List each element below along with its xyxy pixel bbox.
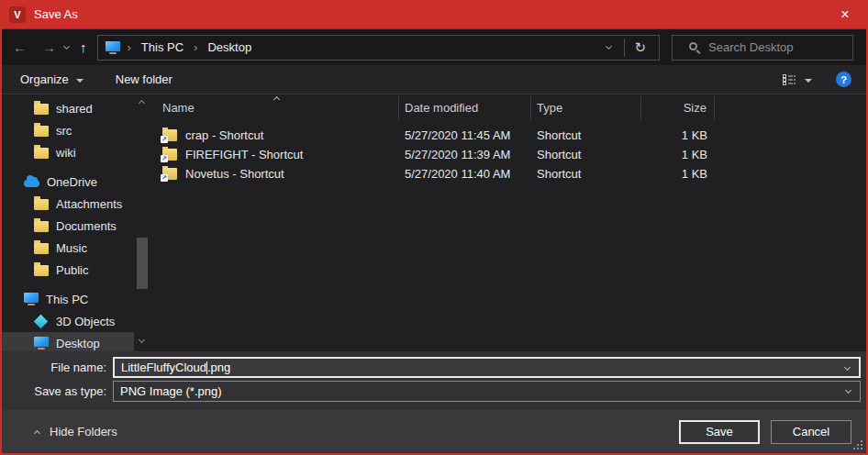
file-date-modified: 5/27/2020 11:39 AM [399,148,531,161]
command-toolbar: Organize New folder ? [2,65,866,94]
sidebar-item-label: Music [56,241,87,255]
search-box[interactable]: Search Desktop [672,35,853,61]
up-button[interactable]: ↑ [80,39,87,55]
scroll-down-icon[interactable] [139,337,145,343]
column-headers: Name Date modified Type Size [149,94,866,121]
recent-locations-chevron-icon[interactable] [63,42,70,49]
hide-folders-button[interactable]: Hide Folders [35,425,117,438]
address-dropdown-chevron-icon[interactable] [606,43,612,50]
search-icon [689,42,697,50]
navigation-pane: shared src wiki OneDrive Attachments Doc… [2,94,149,351]
save-as-type-select[interactable]: PNG Image (*.png) [113,381,861,402]
save-button[interactable]: Save [679,420,760,444]
new-folder-button[interactable]: New folder [116,72,172,86]
save-as-type-dropdown-chevron-icon[interactable] [845,387,851,394]
scrollbar-thumb[interactable] [137,238,148,289]
file-name-dropdown-chevron-icon[interactable] [844,364,851,371]
this-pc-icon [106,41,120,51]
breadcrumb-this-pc[interactable]: This PC [133,40,192,54]
folder-icon [34,148,49,159]
search-placeholder: Search Desktop [708,40,794,54]
sidebar-item-desktop[interactable]: Desktop [2,332,134,351]
file-name-extension: .png [207,361,230,374]
hide-folders-label: Hide Folders [50,425,117,438]
file-name-label: File name: [2,361,113,374]
file-size: 1 KB [641,128,715,142]
column-header-date-modified[interactable]: Date modified [399,96,531,120]
sidebar-item-label: This PC [46,293,88,306]
help-button[interactable]: ? [836,72,851,87]
file-name-input[interactable]: LittleFluffyCloud .png [113,357,861,378]
desktop-icon [34,337,49,347]
breadcrumb-separator-icon: › [126,40,133,54]
new-folder-label: New folder [116,72,172,86]
forward-button[interactable]: → [42,39,56,55]
details-view-icon [782,73,796,86]
sidebar-item-src[interactable]: src [2,119,134,141]
sidebar-item-label: shared [56,102,93,116]
sidebar-item-onedrive[interactable]: OneDrive [2,171,134,193]
close-button[interactable]: × [824,0,866,28]
shortcut-arrow-icon [161,174,168,182]
sidebar-item-3d-objects[interactable]: 3D Objects [2,310,134,332]
main-area: shared src wiki OneDrive Attachments Doc… [2,94,866,351]
sidebar-item-wiki[interactable]: wiki [2,141,134,163]
folder-icon [34,221,49,232]
sidebar-item-label: Desktop [56,337,100,350]
sidebar-item-shared[interactable]: shared [2,97,134,119]
sidebar-item-label: src [56,124,72,138]
sidebar-item-public[interactable]: Public [2,259,134,281]
sidebar-item-music[interactable]: Music [2,237,134,259]
breadcrumb-separator-icon: › [192,40,199,54]
shortcut-folder-icon [162,168,177,180]
organize-button[interactable]: Organize [20,72,83,86]
file-date-modified: 5/27/2020 11:45 AM [399,128,531,142]
refresh-button[interactable]: ↻ [625,39,655,56]
folder-icon [34,265,49,276]
column-header-type[interactable]: Type [531,96,641,120]
window-title: Save As [34,7,78,21]
file-size: 1 KB [641,167,715,181]
sidebar-scrollbar[interactable] [136,94,149,351]
breadcrumb-desktop[interactable]: Desktop [199,40,260,54]
chevron-up-icon [34,429,40,436]
sidebar-item-label: Documents [56,219,117,233]
sidebar-item-attachments[interactable]: Attachments [2,193,134,215]
file-row[interactable]: Novetus - Shortcut 5/27/2020 11:40 AM Sh… [149,164,866,183]
file-rows: crap - Shortcut 5/27/2020 11:45 AM Short… [149,121,866,183]
back-button[interactable]: ← [13,39,27,55]
sidebar-item-documents[interactable]: Documents [2,215,134,237]
column-header-size[interactable]: Size [641,96,715,120]
file-row[interactable]: crap - Shortcut 5/27/2020 11:45 AM Short… [149,126,866,145]
file-list-panel: Name Date modified Type Size crap - Shor… [149,94,866,351]
save-as-type-value: PNG Image (*.png) [120,384,222,398]
sidebar-item-label: Public [56,263,88,277]
shortcut-folder-icon [162,129,177,141]
file-name: Novetus - Shortcut [185,167,284,181]
file-name: crap - Shortcut [185,128,263,142]
scroll-up-icon[interactable] [139,100,145,106]
change-view-button[interactable] [782,73,812,86]
title-bar: V Save As × [2,0,866,28]
file-date-modified: 5/27/2020 11:40 AM [399,167,531,181]
file-type: Shortcut [531,128,641,142]
computer-icon [24,293,39,303]
sidebar-item-label: OneDrive [47,175,97,189]
file-name-value: LittleFluffyCloud [121,361,206,374]
resize-grip-icon[interactable] [853,440,855,442]
file-type: Shortcut [531,167,641,181]
address-bar[interactable]: › This PC › Desktop ↻ [97,35,661,61]
dialog-footer: Hide Folders Save Cancel [2,410,866,453]
view-dropdown-arrow-icon [805,79,812,83]
shortcut-folder-icon [162,149,177,161]
cancel-button[interactable]: Cancel [771,420,851,444]
close-icon: × [840,6,849,23]
navigation-bar: ← → ↑ › This PC › Desktop ↻ Search Deskt… [2,28,866,65]
file-row[interactable]: FIREFIGHT - Shortcut 5/27/2020 11:39 AM … [149,145,866,164]
shortcut-arrow-icon [161,155,168,162]
sidebar-item-this-pc[interactable]: This PC [2,288,134,310]
file-type: Shortcut [531,148,641,161]
folder-icon [34,243,49,254]
sidebar-item-label: 3D Objects [56,315,115,328]
onedrive-cloud-icon [24,180,39,187]
